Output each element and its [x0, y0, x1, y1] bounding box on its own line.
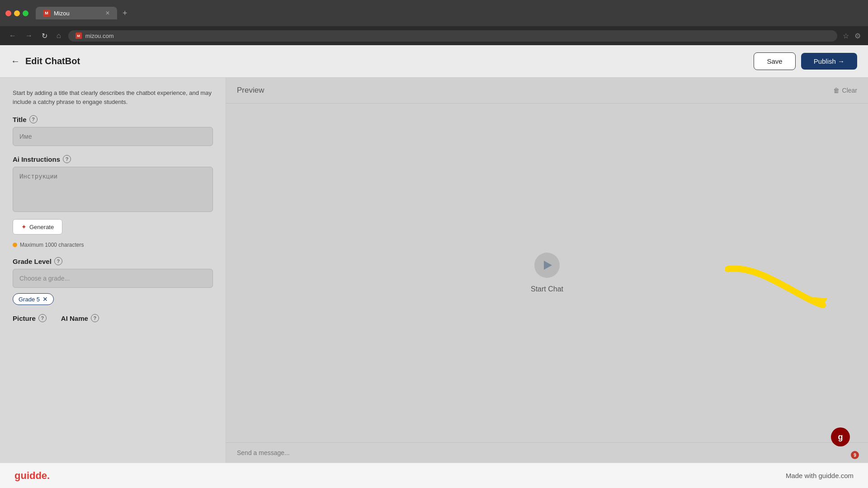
- ai-instructions-help-icon[interactable]: ?: [63, 155, 71, 163]
- picture-label: Picture ?: [13, 314, 47, 322]
- browser-tab[interactable]: M Mizou ✕: [36, 7, 117, 19]
- clear-label: Clear: [842, 87, 857, 94]
- panel-description: Start by adding a title that clearly des…: [13, 89, 213, 106]
- site-favicon: M: [75, 33, 82, 39]
- minimize-button[interactable]: [14, 10, 20, 16]
- left-panel: Start by adding a title that clearly des…: [0, 78, 226, 463]
- grade-level-label-text: Grade Level: [13, 258, 52, 265]
- picture-label-text: Picture: [13, 314, 36, 322]
- ai-name-label: AI Name ?: [61, 314, 99, 322]
- grade-level-select[interactable]: Choose a grade... Grade 5: [13, 269, 213, 288]
- play-button[interactable]: [534, 253, 560, 278]
- ai-instructions-label-text: Ai Instructions: [13, 155, 60, 163]
- sparkle-icon: ✦: [21, 223, 27, 230]
- save-button[interactable]: Save: [754, 52, 795, 70]
- user-avatar: g: [831, 427, 850, 446]
- trash-icon: 🗑: [833, 87, 840, 94]
- start-chat-text: Start Chat: [531, 285, 563, 293]
- forward-nav-button[interactable]: →: [24, 30, 34, 42]
- title-input[interactable]: [13, 127, 213, 146]
- play-triangle-icon: [544, 261, 552, 270]
- tab-favicon: M: [43, 9, 50, 17]
- address-bar: ← → ↻ ⌂ M mizou.com ☆ ⚙: [0, 26, 868, 45]
- preview-title: Preview: [237, 86, 264, 95]
- title-field-label: Title ?: [13, 115, 213, 123]
- preview-content: Start Chat: [226, 103, 868, 442]
- preview-header: Preview 🗑 Clear: [226, 78, 868, 103]
- ai-instructions-label: Ai Instructions ?: [13, 155, 213, 163]
- arrow-annotation: [723, 260, 841, 325]
- generate-label: Generate: [29, 224, 54, 230]
- guidde-footer: guidde. Made with guidde.com: [0, 463, 868, 488]
- clear-button[interactable]: 🗑 Clear: [833, 87, 857, 94]
- extensions-button[interactable]: ⚙: [854, 32, 861, 40]
- picture-help-icon[interactable]: ?: [38, 314, 47, 322]
- bookmark-button[interactable]: ☆: [843, 32, 849, 40]
- page-title: Edit ChatBot: [25, 56, 80, 66]
- browser-chrome: M Mizou ✕ +: [0, 0, 868, 26]
- home-button[interactable]: ⌂: [55, 30, 63, 42]
- back-nav-button[interactable]: ←: [7, 30, 18, 42]
- tab-title: Mizou: [54, 10, 70, 17]
- char-limit-notice: Maximum 1000 characters: [13, 242, 213, 248]
- grade-5-tag[interactable]: Grade 5 ✕: [13, 293, 54, 305]
- grade-level-label: Grade Level ?: [13, 257, 213, 265]
- app-container: ← Edit ChatBot Save Publish → Start by a…: [0, 45, 868, 463]
- main-layout: Start by adding a title that clearly des…: [0, 78, 868, 463]
- ai-name-label-text: AI Name: [61, 314, 88, 322]
- title-help-icon[interactable]: ?: [29, 115, 38, 123]
- new-tab-button[interactable]: +: [123, 9, 127, 18]
- chat-input-area: g 9: [226, 442, 868, 463]
- title-label-text: Title: [13, 116, 27, 123]
- address-input[interactable]: M mizou.com: [68, 30, 837, 42]
- guidde-logo: guidde.: [14, 470, 50, 482]
- avatar-letter: g: [838, 432, 843, 442]
- close-button[interactable]: [5, 10, 11, 16]
- char-limit-text: Maximum 1000 characters: [20, 242, 84, 248]
- picture-section: Picture ? AI Name ?: [13, 314, 213, 322]
- grade-tag-remove-icon[interactable]: ✕: [42, 296, 48, 303]
- grade-level-help-icon[interactable]: ?: [54, 257, 62, 265]
- top-bar: ← Edit ChatBot Save Publish →: [0, 45, 868, 78]
- url-text: mizou.com: [85, 33, 114, 39]
- arrow-svg: [723, 260, 841, 323]
- footer-made-with-text: Made with guidde.com: [786, 472, 854, 479]
- ai-name-help-icon[interactable]: ?: [91, 314, 99, 322]
- back-button[interactable]: ←: [11, 56, 20, 66]
- grade-tag-text: Grade 5: [19, 296, 40, 303]
- tab-close-icon[interactable]: ✕: [105, 10, 110, 16]
- preview-panel: Preview 🗑 Clear Start Chat: [226, 78, 868, 463]
- avatar-badge: 9: [851, 451, 859, 459]
- chat-message-input[interactable]: [237, 449, 852, 456]
- top-bar-actions: Save Publish →: [754, 52, 857, 70]
- reload-button[interactable]: ↻: [40, 30, 49, 42]
- browser-actions: ☆ ⚙: [843, 32, 861, 40]
- maximize-button[interactable]: [23, 10, 28, 16]
- ai-instructions-input[interactable]: [13, 167, 213, 212]
- publish-button[interactable]: Publish →: [801, 53, 857, 70]
- generate-button[interactable]: ✦ Generate: [13, 219, 62, 235]
- warning-dot-icon: [13, 243, 17, 247]
- traffic-lights: [5, 10, 28, 16]
